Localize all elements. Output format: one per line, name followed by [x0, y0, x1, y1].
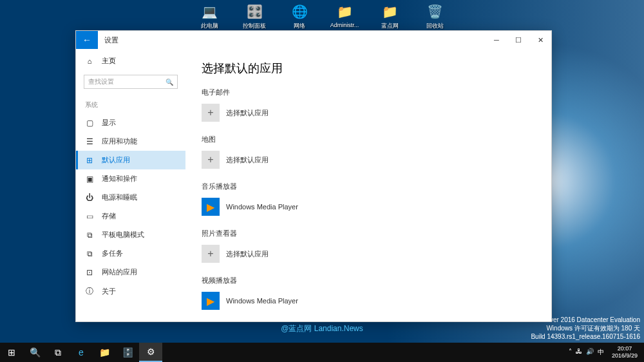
window-titlebar[interactable]: ← 设置 ─ ☐ ✕: [76, 31, 551, 49]
app-choice-0[interactable]: + 选择默认应用: [202, 102, 535, 123]
sidebar-item-4[interactable]: ⏻电源和睡眠: [76, 188, 185, 207]
sidebar-item-label: 多任务: [102, 249, 123, 258]
sidebar-item-label: 平板电脑模式: [102, 230, 144, 240]
category-label: 音乐播放器: [202, 182, 535, 191]
sidebar-icon: ⓘ: [85, 286, 94, 297]
sidebar-item-label: 电源和睡眠: [102, 193, 137, 202]
sidebar-item-9[interactable]: ⓘ关于: [76, 281, 185, 301]
sidebar-home[interactable]: ⌂ 主页: [76, 52, 185, 70]
sidebar-icon: ▢: [85, 119, 94, 128]
taskbar-server-manager[interactable]: 🗄️: [116, 343, 139, 362]
app-name: 选择默认应用: [226, 249, 269, 259]
tray-network-icon[interactable]: 🖧: [576, 348, 582, 357]
search-button[interactable]: 🔍: [23, 343, 46, 362]
search-input[interactable]: 查找设置: [84, 75, 178, 89]
sidebar-icon: ☰: [85, 137, 94, 146]
category-label: 电子邮件: [202, 88, 535, 97]
sidebar-icon: ⧉: [85, 231, 94, 240]
page-title: 选择默认的应用: [202, 61, 535, 76]
app-name: 选择默认应用: [226, 155, 269, 165]
recycle-bin-icon: 🗑️: [426, 3, 443, 20]
sidebar-item-label: 通知和操作: [102, 174, 137, 184]
home-icon: ⌂: [85, 57, 94, 65]
desktop-icon-this-pc[interactable]: 💻此电脑: [193, 3, 226, 30]
task-view-button[interactable]: ⧉: [46, 343, 70, 362]
app-icon: +: [202, 151, 220, 169]
tray-ime-icon[interactable]: 中: [598, 348, 604, 357]
app-icon: +: [202, 245, 220, 263]
app-choice-4[interactable]: ▶ Windows Media Player: [202, 291, 535, 311]
sidebar-icon: ▭: [85, 212, 94, 221]
sidebar-item-0[interactable]: ▢显示: [76, 113, 185, 132]
sidebar-item-label: 显示: [102, 118, 116, 128]
app-icon: +: [202, 104, 220, 122]
app-choice-1[interactable]: + 选择默认应用: [202, 149, 535, 170]
sidebar-icon: ▣: [85, 175, 94, 184]
sidebar-item-8[interactable]: ⊡网站的应用: [76, 263, 185, 281]
system-tray[interactable]: ˄ 🖧 🔊 中 20:07 2016/9/29: [569, 345, 644, 359]
desktop-icon-landian[interactable]: 📁蓝点网: [373, 3, 406, 30]
watermark-center: @蓝点网 Landian.News: [281, 323, 363, 334]
app-icon: ▶: [202, 292, 220, 310]
sidebar-item-1[interactable]: ☰应用和功能: [76, 132, 185, 151]
sidebar-item-label: 默认应用: [102, 155, 130, 165]
sidebar-item-2[interactable]: ⊞默认应用: [76, 151, 185, 169]
sidebar-icon: ⧉: [85, 249, 94, 258]
desktop-icon-control-panel[interactable]: 🎛️控制面板: [238, 3, 271, 30]
sidebar-item-label: 应用和功能: [102, 137, 137, 146]
tray-volume-icon[interactable]: 🔊: [586, 348, 594, 357]
category-label: 照片查看器: [202, 229, 535, 238]
settings-window: ← 设置 ─ ☐ ✕ ⌂ 主页 查找设置 系统 ▢显示☰应用和功能⊞默认应用▣通…: [75, 30, 552, 322]
close-button[interactable]: ✕: [529, 31, 551, 49]
app-choice-2[interactable]: ▶ Windows Media Player: [202, 196, 535, 217]
sidebar-item-5[interactable]: ▭存储: [76, 207, 185, 225]
folder-icon: 📁: [381, 3, 398, 20]
sidebar-icon: ⏻: [85, 193, 94, 202]
app-icon: ▶: [202, 198, 220, 216]
network-icon: 🌐: [291, 3, 308, 20]
desktop-icon-admin[interactable]: 📁Administr...: [328, 3, 361, 30]
maximize-button[interactable]: ☐: [507, 31, 529, 49]
sidebar-item-label: 网站的应用: [102, 267, 137, 277]
window-title: 设置: [104, 35, 118, 45]
sidebar-section-label: 系统: [76, 94, 185, 113]
folder-icon: 📁: [336, 3, 353, 20]
settings-sidebar: ⌂ 主页 查找设置 系统 ▢显示☰应用和功能⊞默认应用▣通知和操作⏻电源和睡眠▭…: [76, 49, 185, 321]
desktop-icons-row: 💻此电脑 🎛️控制面板 🌐网络 📁Administr... 📁蓝点网 🗑️回收站: [193, 3, 451, 30]
taskbar-explorer[interactable]: 📁: [93, 343, 116, 362]
computer-icon: 💻: [201, 3, 218, 20]
minimize-button[interactable]: ─: [486, 31, 507, 49]
tray-chevron-icon[interactable]: ˄: [569, 348, 572, 357]
taskbar: ⊞ 🔍 ⧉ e 📁 🗄️ ⚙ ˄ 🖧 🔊 中 20:07 2016/9/29: [0, 343, 644, 362]
sidebar-icon: ⊡: [85, 268, 94, 277]
control-panel-icon: 🎛️: [246, 3, 263, 20]
sidebar-item-label: 存储: [102, 211, 116, 221]
desktop-icon-network[interactable]: 🌐网络: [283, 3, 316, 30]
start-button[interactable]: ⊞: [0, 343, 23, 362]
taskbar-clock[interactable]: 20:07 2016/9/29: [608, 345, 641, 359]
taskbar-settings[interactable]: ⚙: [139, 343, 162, 362]
window-controls: ─ ☐ ✕: [486, 31, 551, 49]
app-name: 选择默认应用: [226, 108, 269, 118]
back-button[interactable]: ←: [76, 31, 98, 49]
app-name: Windows Media Player: [226, 203, 298, 211]
category-label: 地图: [202, 135, 535, 144]
sidebar-item-3[interactable]: ▣通知和操作: [76, 169, 185, 188]
app-choice-3[interactable]: + 选择默认应用: [202, 243, 535, 264]
sidebar-item-label: 关于: [102, 287, 116, 296]
settings-content: 选择默认的应用 电子邮件 + 选择默认应用 地图 + 选择默认应用 音乐播放器 …: [185, 49, 551, 321]
sidebar-item-6[interactable]: ⧉平板电脑模式: [76, 225, 185, 244]
sidebar-item-7[interactable]: ⧉多任务: [76, 244, 185, 263]
category-label: 视频播放器: [202, 276, 535, 285]
taskbar-ie[interactable]: e: [70, 343, 93, 362]
desktop-icon-recycle-bin[interactable]: 🗑️回收站: [418, 3, 451, 30]
sidebar-icon: ⊞: [85, 156, 94, 165]
app-name: Windows Media Player: [226, 297, 298, 305]
